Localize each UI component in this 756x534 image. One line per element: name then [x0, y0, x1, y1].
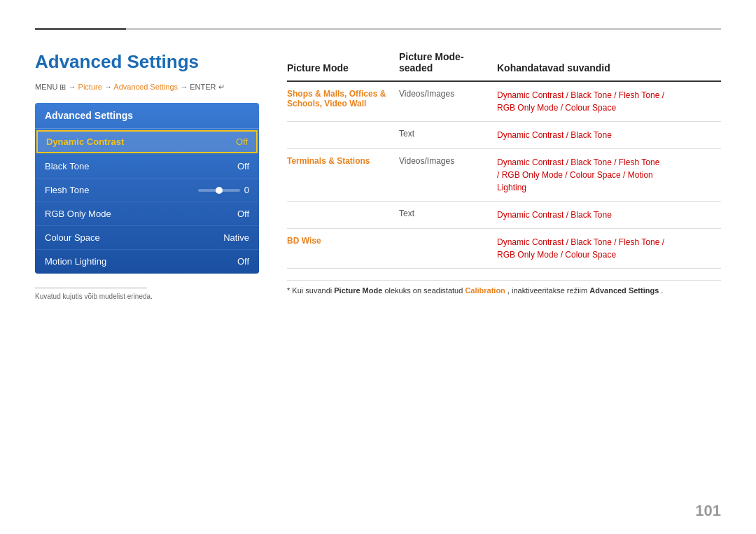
- table-cell-options5: Dynamic Contrast / Black Tone / Flesh To…: [497, 229, 721, 269]
- table-cell-mode1: Shops & Malls, Offices & Schools, Video …: [287, 81, 399, 122]
- note-end: .: [661, 286, 663, 295]
- rgb-only-label: RGB Only Mode: [45, 209, 111, 219]
- table-cell-options2: Dynamic Contrast / Black Tone: [497, 122, 721, 149]
- table-cell-mode4: [287, 202, 399, 229]
- motion-lighting-value: Off: [237, 256, 249, 267]
- breadcrumb-link2[interactable]: Advanced Settings: [113, 83, 178, 91]
- note-asterisk: * Kui suvandi: [287, 286, 334, 295]
- settings-item-dynamic-contrast[interactable]: Dynamic Contrast Off: [36, 130, 258, 153]
- info-table: Picture Mode Picture Mode-seaded Kohanda…: [287, 51, 721, 269]
- settings-item-motion-lighting[interactable]: Motion Lighting Off: [35, 250, 259, 274]
- right-section: Picture Mode Picture Mode-seaded Kohanda…: [287, 51, 721, 300]
- table-row: Text Dynamic Contrast / Black Tone: [287, 202, 721, 229]
- table-row: BD Wise Dynamic Contrast / Black Tone / …: [287, 229, 721, 269]
- page-title: Advanced Settings: [35, 51, 259, 73]
- note-middle: olekuks on seadistatud: [384, 286, 465, 295]
- page-number: 101: [695, 502, 721, 520]
- breadcrumb-icon: ⊞: [59, 83, 66, 91]
- settings-panel: Advanced Settings Dynamic Contrast Off B…: [35, 103, 259, 274]
- table-cell-mode3: Terminals & Stations: [287, 149, 399, 202]
- left-section: Advanced Settings MENU ⊞ → Picture → Adv…: [35, 51, 259, 300]
- table-cell-submode2: Text: [399, 122, 497, 149]
- breadcrumb-arrow3: →: [180, 83, 190, 91]
- table-cell-options1: Dynamic Contrast / Black Tone / Flesh To…: [497, 81, 721, 122]
- dynamic-contrast-label: Dynamic Contrast: [46, 136, 124, 147]
- settings-item-black-tone[interactable]: Black Tone Off: [35, 155, 259, 178]
- black-tone-value: Off: [237, 161, 249, 171]
- table-cell-submode1: Videos/Images: [399, 81, 497, 122]
- table-header-picture-mode: Picture Mode: [287, 51, 399, 81]
- table-header-picture-mode-seaded: Picture Mode-seaded: [399, 51, 497, 81]
- table-row: Terminals & Stations Videos/Images Dynam…: [287, 149, 721, 202]
- flesh-tone-slider[interactable]: [198, 189, 240, 192]
- breadcrumb-link1[interactable]: Picture: [78, 83, 102, 91]
- settings-item-flesh-tone[interactable]: Flesh Tone 0: [35, 178, 259, 202]
- footnote: Kuvatud kujutis võib mudelist erineda.: [35, 293, 259, 300]
- breadcrumb: MENU ⊞ → Picture → Advanced Settings → E…: [35, 83, 259, 92]
- table-row: Shops & Malls, Offices & Schools, Video …: [287, 81, 721, 122]
- footnote-divider: [35, 288, 147, 288]
- table-cell-options3: Dynamic Contrast / Black Tone / Flesh To…: [497, 149, 721, 202]
- header-line-dark: [35, 28, 126, 30]
- dynamic-contrast-value: Off: [236, 136, 248, 147]
- note-bold1: Picture Mode: [334, 286, 382, 295]
- note-suffix: , inaktiveeritakse režiim: [507, 286, 589, 295]
- flesh-tone-label: Flesh Tone: [45, 185, 89, 195]
- breadcrumb-enter: ENTER ↵: [190, 83, 224, 91]
- table-cell-mode2: [287, 122, 399, 149]
- breadcrumb-arrow1: →: [69, 83, 78, 91]
- black-tone-label: Black Tone: [45, 161, 89, 171]
- settings-item-rgb-only[interactable]: RGB Only Mode Off: [35, 202, 259, 226]
- header-line-light: [126, 28, 721, 30]
- rgb-only-value: Off: [237, 209, 249, 219]
- settings-item-colour-space[interactable]: Colour Space Native: [35, 226, 259, 250]
- table-header-kohandatavad: Kohandatavad suvandid: [497, 51, 721, 81]
- table-cell-submode3: Videos/Images: [399, 149, 497, 202]
- flesh-tone-slider-container: 0: [198, 185, 249, 195]
- motion-lighting-label: Motion Lighting: [45, 256, 106, 267]
- flesh-tone-value: 0: [244, 185, 249, 195]
- table-cell-submode5: [399, 229, 497, 269]
- table-cell-mode5: BD Wise: [287, 229, 399, 269]
- note-bold3: Advanced Settings: [589, 286, 659, 295]
- settings-panel-title: Advanced Settings: [35, 103, 259, 129]
- breadcrumb-arrow2: →: [104, 83, 113, 91]
- table-cell-submode4: Text: [399, 202, 497, 229]
- colour-space-value: Native: [223, 232, 249, 243]
- note-bold2: Calibration: [465, 286, 505, 295]
- table-note: * Kui suvandi Picture Mode olekuks on se…: [287, 280, 721, 295]
- breadcrumb-menu: MENU: [35, 83, 59, 91]
- colour-space-label: Colour Space: [45, 232, 100, 243]
- table-row: Text Dynamic Contrast / Black Tone: [287, 122, 721, 149]
- table-cell-options4: Dynamic Contrast / Black Tone: [497, 202, 721, 229]
